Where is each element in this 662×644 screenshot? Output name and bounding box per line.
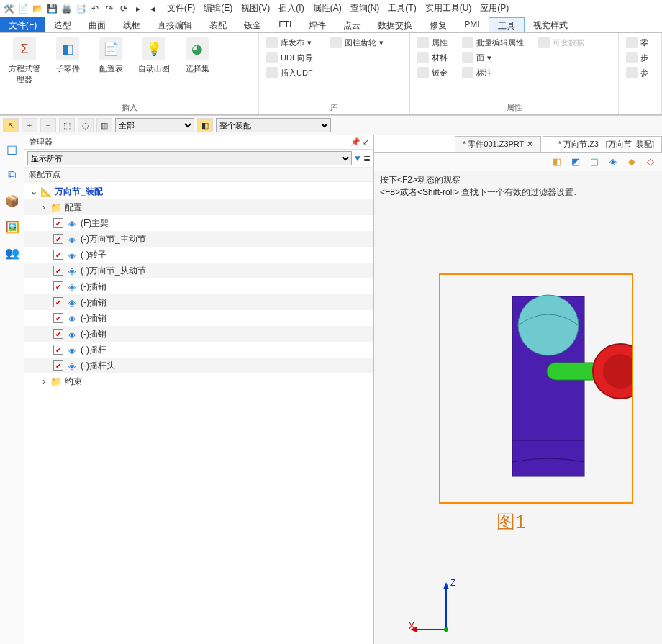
mgr-tab-image[interactable]: 🖼️	[3, 217, 22, 236]
tree-item[interactable]: ✔◈(-)转子	[24, 247, 373, 263]
lib-publish-button[interactable]: 库发布 ▾	[263, 36, 316, 49]
tree-item[interactable]: ✔◈(-)插销	[24, 310, 373, 326]
close-icon[interactable]: ✕	[527, 140, 533, 149]
tree-item[interactable]: ✔◈(-)摇杆头	[24, 358, 373, 373]
tree-item[interactable]: ✔◈(-)插销	[24, 326, 373, 342]
ribbon-tab-asm[interactable]: 装配	[201, 17, 235, 32]
misc-btn-1[interactable]: 零	[623, 36, 657, 49]
ribbon-tab-sheetmetal[interactable]: 钣金	[235, 17, 270, 32]
menu-attr[interactable]: 属性(A)	[313, 2, 342, 14]
funnel-icon[interactable]: ▼	[353, 153, 362, 163]
eq-manager-button[interactable]: Σ方程式管理器	[4, 36, 45, 86]
refresh-icon[interactable]: ⟳	[118, 3, 130, 14]
print-icon[interactable]: 🖨️	[60, 3, 72, 14]
misc-btn-2[interactable]: 步	[623, 51, 657, 64]
edge-icon[interactable]: ◇	[643, 155, 658, 169]
save-icon[interactable]: 💾	[46, 3, 58, 14]
menu-tools[interactable]: 工具(T)	[388, 2, 416, 14]
back-icon[interactable]: ◂	[147, 3, 158, 14]
misc-btn-3[interactable]: 参	[623, 66, 657, 79]
manager-panel: ◫ ⧉ 📦 🖼️ 👥 管理器 📌 ⤢ 显示所有 ▼ ≣ 装配节点 ⌄📐万向节_装…	[0, 135, 374, 644]
mgr-tab-box[interactable]: 📦	[3, 191, 22, 210]
expand-icon[interactable]: ⤢	[363, 137, 369, 146]
layer-icon[interactable]: ◧	[197, 118, 213, 132]
box-icon[interactable]: ▢	[587, 155, 602, 169]
select-set-button[interactable]: ◕选择集	[177, 36, 217, 76]
color-icon[interactable]: ▥	[96, 118, 112, 132]
tree-constraint[interactable]: ›📁约束	[24, 373, 373, 389]
ribbon-tab-point[interactable]: 点云	[335, 17, 369, 32]
layers-icon[interactable]: ≣	[363, 153, 371, 163]
ribbon-tab-directedit[interactable]: 直接编辑	[149, 17, 201, 32]
menu-file[interactable]: 文件(F)	[167, 2, 195, 14]
tree-item[interactable]: ✔◈(F)主架	[24, 215, 373, 231]
new-tab-icon[interactable]: +	[550, 140, 555, 149]
subpart-button[interactable]: ◧子零件	[47, 36, 88, 76]
auto-draw-button[interactable]: 💡自动出图	[134, 36, 174, 76]
pointer-icon[interactable]: ↖	[3, 118, 19, 132]
undo-icon[interactable]: ↶	[89, 3, 101, 14]
menu-query[interactable]: 查询(N)	[350, 2, 380, 14]
gear-button[interactable]: 圆柱齿轮 ▾	[327, 36, 386, 49]
attr-button[interactable]: 属性	[414, 36, 450, 49]
ribbon-tab-weld[interactable]: 焊件	[300, 17, 335, 32]
filter-select-1[interactable]: 全部	[115, 118, 194, 132]
ribbon-tab-shape[interactable]: 造型	[45, 17, 80, 32]
ribbon-tab-wire[interactable]: 线框	[114, 17, 149, 32]
ribbon-tab-tools[interactable]: 工具	[489, 17, 525, 32]
tree-config[interactable]: ›📁配置	[24, 199, 373, 215]
material-button[interactable]: 材料	[414, 51, 450, 64]
ribbon-tab-file[interactable]: 文件(F)	[0, 17, 45, 32]
menu-view[interactable]: 视图(V)	[241, 2, 270, 14]
tree-item[interactable]: ✔◈(-)万向节_主动节	[24, 231, 373, 247]
doc-tab-1[interactable]: * 零件001.Z3PRT✕	[455, 136, 541, 152]
tree-root[interactable]: ⌄📐万向节_装配	[24, 183, 373, 199]
menu-app[interactable]: 应用(P)	[480, 2, 509, 14]
print2-icon[interactable]: 📑	[75, 3, 86, 14]
menu-util[interactable]: 实用工具(U)	[425, 2, 472, 14]
play-icon[interactable]: ▸	[132, 3, 144, 14]
lasso-icon[interactable]: ◌	[78, 118, 94, 132]
cube2-icon[interactable]: ◩	[568, 155, 583, 169]
sheetmetal-button[interactable]: 钣金	[414, 66, 450, 79]
open-icon[interactable]: 📂	[32, 3, 43, 14]
batch-edit-button[interactable]: 批量编辑属性	[459, 36, 527, 49]
config-button[interactable]: 📄配置表	[91, 36, 131, 76]
pin-icon[interactable]: 📌	[350, 137, 361, 146]
ribbon-group-misc: 零 步 参	[619, 33, 662, 114]
wire-icon[interactable]: ◈	[606, 155, 620, 169]
cube-icon[interactable]: ◧	[550, 155, 564, 169]
ribbon-tab-exchange[interactable]: 数据交换	[369, 17, 421, 32]
mgr-tab-tree[interactable]: ◫	[3, 140, 22, 158]
minus-icon[interactable]: −	[40, 118, 56, 132]
new-icon[interactable]: 📄	[17, 3, 29, 14]
tree-item[interactable]: ✔◈(-)摇杆	[24, 342, 373, 358]
ribbon-tab-repair[interactable]: 修复	[421, 17, 455, 32]
filter-select-2[interactable]: 整个装配	[216, 118, 331, 132]
menu-edit[interactable]: 编辑(E)	[204, 2, 232, 14]
tree-item[interactable]: ✔◈(-)插销	[24, 294, 373, 310]
insert-udf-button[interactable]: 插入UDF	[263, 66, 316, 79]
shade-icon[interactable]: ◆	[625, 155, 639, 169]
redo-icon[interactable]: ↷	[104, 3, 115, 14]
ribbon-tab-surface[interactable]: 曲面	[80, 17, 114, 32]
mgr-tab-user[interactable]: 👥	[3, 243, 22, 262]
tree-item[interactable]: ✔◈(-)插销	[24, 278, 373, 294]
anno-button[interactable]: 标注	[459, 66, 527, 79]
box-select-icon[interactable]: ⬚	[59, 118, 75, 132]
udf-wizard-button[interactable]: UDF向导	[263, 51, 316, 64]
figure-box	[439, 273, 633, 504]
face-button[interactable]: 面 ▾	[459, 51, 527, 64]
menubar: 文件(F) 编辑(E) 视图(V) 插入(I) 属性(A) 查询(N) 工具(T…	[167, 2, 509, 14]
ribbon-tab-visual[interactable]: 视觉样式	[525, 17, 576, 32]
ribbon-tab-fti[interactable]: FTI	[270, 17, 300, 32]
plus-icon[interactable]: +	[22, 118, 37, 132]
display-filter-select[interactable]: 显示所有	[27, 151, 352, 165]
menu-insert[interactable]: 插入(I)	[278, 2, 304, 14]
mgr-tab-asm[interactable]: ⧉	[3, 165, 22, 184]
ribbon-tab-pmi[interactable]: PMI	[455, 17, 488, 32]
viewport-3d[interactable]: 图1 Z X	[374, 201, 662, 644]
tree-item[interactable]: ✔◈(-)万向节_从动节	[24, 263, 373, 278]
doc-tab-2[interactable]: +* 万向节.Z3 - [万向节_装配]	[543, 136, 662, 152]
ribbon: Σ方程式管理器 ◧子零件 📄配置表 💡自动出图 ◕选择集 插入 库发布 ▾ UD…	[0, 33, 662, 115]
